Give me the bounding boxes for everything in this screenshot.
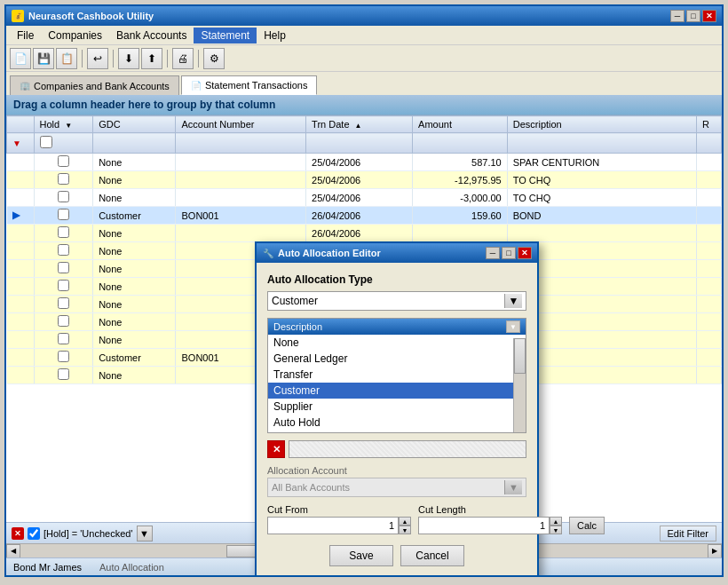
dialog-body: Auto Allocation Type Customer ▼ Descript…: [257, 263, 537, 575]
dialog-maximize-button[interactable]: □: [502, 247, 516, 259]
tab-statement-label: Statement Transactions: [205, 80, 308, 91]
dialog-title-left: 🔧 Auto Allocation Editor: [262, 247, 381, 259]
toolbar-sep-2: [113, 50, 114, 67]
description-header-label: Description: [273, 321, 322, 332]
cut-from-up[interactable]: ▲: [399, 517, 411, 526]
dialog-drag-area: [289, 440, 526, 458]
allocation-account-arrow[interactable]: ▼: [504, 480, 522, 494]
cut-length-spinner: ▲ ▼: [550, 517, 562, 534]
modal-overlay: 🔧 Auto Allocation Editor ─ □ ✕ Auto Allo…: [6, 95, 722, 575]
close-button[interactable]: ✕: [702, 10, 716, 22]
tab-statement-icon: 📄: [191, 81, 202, 91]
toolbar-sep-3: [167, 50, 168, 67]
allocation-type-dropdown[interactable]: Customer ▼: [267, 291, 526, 311]
alloc-label-text: Allocation Account: [267, 465, 347, 476]
toolbar-btn-3[interactable]: 📋: [56, 48, 77, 69]
dialog-footer: Save Cancel: [267, 542, 526, 566]
dialog-icon: 🔧: [262, 247, 274, 259]
allocation-type-label: Auto Allocation Type: [267, 273, 526, 286]
tab-companies[interactable]: 🏢 Companies and Bank Accounts: [10, 75, 179, 95]
title-bar-left: 💰 Neurasoft Cashbook Utility: [12, 10, 154, 22]
tab-companies-label: Companies and Bank Accounts: [34, 81, 170, 91]
cancel-button[interactable]: Cancel: [400, 545, 464, 566]
dialog-minimize-button[interactable]: ─: [486, 247, 500, 259]
cut-length-label: Cut Length: [418, 504, 562, 515]
cut-from-input-row: ▲ ▼: [267, 517, 411, 534]
toolbar-sep-1: [82, 50, 83, 67]
cut-length-group: Cut Length ▲ ▼: [418, 504, 562, 534]
description-item-autohold[interactable]: Auto Hold: [268, 415, 526, 429]
cut-from-down[interactable]: ▼: [399, 526, 411, 534]
allocation-type-value: Customer: [272, 295, 318, 307]
app-icon: 💰: [12, 10, 24, 22]
menu-help[interactable]: Help: [257, 28, 293, 43]
cut-from-group: Cut From ▲ ▼: [267, 504, 411, 534]
cut-length-down[interactable]: ▼: [550, 526, 562, 534]
dialog-close-button[interactable]: ✕: [518, 247, 532, 259]
description-header-scroll[interactable]: ▼: [506, 320, 520, 333]
dialog-title-bar: 🔧 Auto Allocation Editor ─ □ ✕: [257, 243, 537, 263]
description-listbox: Description ▼ None General Ledger Transf…: [267, 318, 526, 433]
toolbar-btn-2[interactable]: 💾: [33, 48, 54, 69]
menu-file[interactable]: File: [10, 28, 41, 43]
title-bar: 💰 Neurasoft Cashbook Utility ─ □ ✕: [6, 6, 722, 26]
description-scrollbar[interactable]: [513, 338, 526, 432]
dialog-title-controls: ─ □ ✕: [486, 247, 532, 259]
allocation-type-arrow[interactable]: ▼: [504, 294, 522, 308]
menu-statement[interactable]: Statement: [194, 28, 257, 43]
save-button[interactable]: Save: [329, 545, 393, 566]
allocation-account-placeholder: All Bank Accounts: [272, 482, 350, 493]
allocation-account-dropdown[interactable]: All Bank Accounts ▼: [267, 478, 526, 497]
toolbar-btn-7[interactable]: 🖨: [172, 48, 194, 69]
tab-statement[interactable]: 📄 Statement Transactions: [181, 75, 318, 95]
toolbar-btn-5[interactable]: ⬇: [118, 48, 139, 69]
main-window: 💰 Neurasoft Cashbook Utility ─ □ ✕ File …: [4, 4, 724, 577]
minimize-button[interactable]: ─: [670, 10, 684, 22]
title-controls: ─ □ ✕: [670, 10, 716, 22]
description-item-none[interactable]: None: [268, 335, 526, 351]
cut-length-up[interactable]: ▲: [550, 517, 562, 526]
toolbar-btn-1[interactable]: 📄: [10, 48, 31, 69]
description-scrollbar-thumb[interactable]: [514, 338, 526, 374]
tabs-bar: 🏢 Companies and Bank Accounts 📄 Statemen…: [6, 72, 722, 95]
menu-bar: File Companies Bank Accounts Statement H…: [6, 26, 722, 45]
cut-row: Cut From ▲ ▼ Cut Length: [267, 504, 526, 534]
toolbar-sep-4: [198, 50, 199, 67]
main-content: Drag a column header here to group by th…: [6, 95, 722, 575]
dialog-x-button[interactable]: ✕: [267, 440, 285, 458]
maximize-button[interactable]: □: [686, 10, 700, 22]
tab-companies-icon: 🏢: [20, 81, 30, 91]
allocation-account-label: Allocation Account: [267, 465, 526, 476]
description-item-supplier[interactable]: Supplier: [268, 399, 526, 415]
description-list[interactable]: None General Ledger Transfer Customer Su…: [268, 335, 526, 429]
cut-from-spinner: ▲ ▼: [399, 517, 411, 534]
description-item-gl[interactable]: General Ledger: [268, 351, 526, 367]
menu-bank-accounts[interactable]: Bank Accounts: [109, 28, 194, 43]
auto-allocation-dialog: 🔧 Auto Allocation Editor ─ □ ✕ Auto Allo…: [255, 241, 539, 575]
cut-from-label: Cut From: [267, 504, 411, 515]
toolbar-btn-8[interactable]: ⚙: [203, 48, 225, 69]
allocation-account-field: All Bank Accounts ▼: [267, 478, 526, 497]
toolbar: 📄 💾 📋 ↩ ⬇ ⬆ 🖨 ⚙: [6, 45, 722, 72]
cut-length-input-row: ▲ ▼: [418, 517, 562, 534]
cut-length-input[interactable]: [418, 517, 550, 534]
window-title: Neurasoft Cashbook Utility: [28, 11, 154, 21]
calc-button[interactable]: Calc: [569, 517, 605, 534]
dialog-title: Auto Allocation Editor: [278, 248, 381, 258]
description-item-transfer[interactable]: Transfer: [268, 367, 526, 383]
dialog-icon-row: ✕: [267, 440, 526, 458]
toolbar-btn-4[interactable]: ↩: [87, 48, 108, 69]
toolbar-btn-6[interactable]: ⬆: [141, 48, 162, 69]
description-list-header: Description ▼: [268, 319, 526, 335]
description-item-customer[interactable]: Customer: [268, 383, 526, 399]
cut-from-input[interactable]: [267, 517, 399, 534]
menu-companies[interactable]: Companies: [41, 28, 109, 43]
